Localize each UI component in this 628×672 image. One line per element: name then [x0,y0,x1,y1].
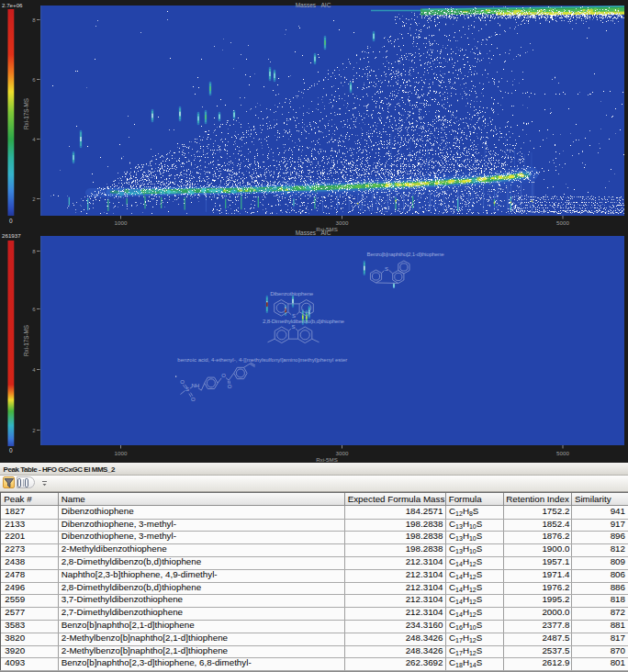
svg-text:Dibenzothiophene: Dibenzothiophene [270,290,314,297]
svg-text:Rxi-17S-MS: Rxi-17S-MS [23,325,29,356]
svg-text:1000: 1000 [115,219,128,226]
svg-text:Benzo[b]naphtho[2,1-d]thiophen: Benzo[b]naphtho[2,1-d]thiophene [367,251,445,257]
svg-text:S: S [292,313,296,319]
svg-text:O: O [228,384,232,389]
svg-text:2.7e+06: 2.7e+06 [2,2,23,8]
svg-text:5000: 5000 [556,450,569,456]
svg-text:NH: NH [191,383,199,388]
svg-text:3000: 3000 [336,219,349,226]
svg-text:3000: 3000 [336,450,349,456]
svg-text:S: S [291,324,295,330]
svg-text:S: S [385,266,388,272]
svg-text:benzoic acid, 4-ethenyl-, 4-[[: benzoic acid, 4-ethenyl-, 4-[[methylsulf… [177,357,347,363]
svg-text:0: 0 [9,447,13,454]
svg-text:261937: 261937 [2,232,21,239]
svg-text:5000: 5000 [556,219,569,226]
svg-text:Masses AIC: Masses AIC [296,2,331,8]
svg-text:2,8-Dimethyldibenzo(b,d)thioph: 2,8-Dimethyldibenzo(b,d)thiophene [263,318,345,324]
svg-text:0: 0 [9,218,13,224]
svg-text:O: O [221,373,226,378]
svg-text:Rxi-5MS: Rxi-5MS [316,226,338,232]
svg-text:1000: 1000 [115,450,128,456]
svg-text:O: O [191,397,196,402]
svg-text:Rxi-5MS: Rxi-5MS [316,456,338,463]
svg-text:Rxi-17S-MS: Rxi-17S-MS [23,98,29,129]
svg-text:O: O [180,379,185,385]
